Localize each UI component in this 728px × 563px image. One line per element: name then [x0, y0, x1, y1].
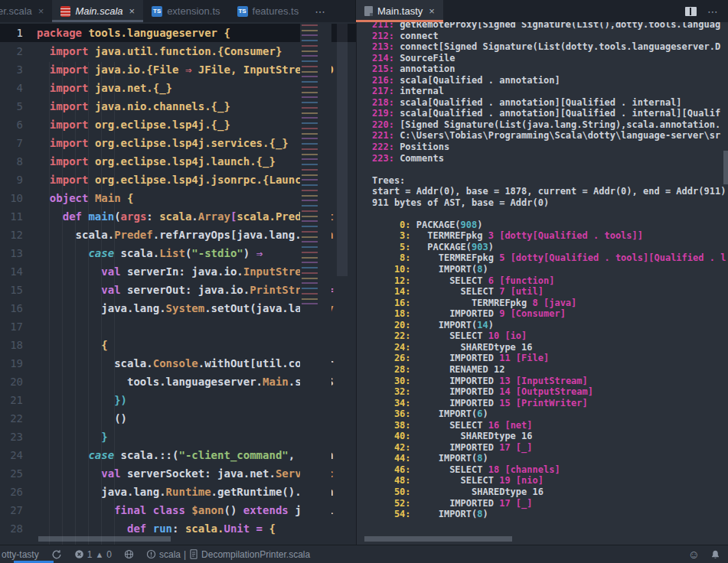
tasty-line[interactable]: 46: SELECT 18 [channels] — [372, 464, 723, 476]
code-token: scala — [159, 210, 191, 223]
tasty-line[interactable]: 34: IMPORTED 15 [PrintWriter] — [372, 398, 723, 409]
tasty-line[interactable]: 14: SELECT 7 [util] — [372, 286, 723, 298]
code-token: java.net.{_} — [95, 82, 172, 94]
tasty-line[interactable]: 18: IMPORTED 9 [Consumer] — [372, 308, 723, 320]
code-token: java.lang. — [101, 302, 165, 314]
indent-guide — [75, 62, 76, 545]
tasty-line[interactable]: 223: Comments — [372, 153, 723, 164]
tab-er-scala[interactable]: er.scala × — [0, 0, 52, 22]
code-token: [OutputStream] — [516, 386, 593, 397]
tab-bar: er.scala × Main.scala × TS extension.ts … — [0, 0, 728, 22]
code-token: 11 — [499, 353, 516, 363]
tasty-line[interactable]: 28: RENAMED 12 — [372, 364, 723, 376]
feedback-smiley-button[interactable]: ☺ — [688, 548, 700, 561]
tasty-line[interactable]: 217: internal — [372, 86, 723, 97]
warning-icon: ▲ — [95, 550, 103, 559]
tasty-line[interactable]: 214: SourceFile — [372, 53, 723, 64]
tasty-line[interactable]: 0: PACKAGE(908) — [372, 220, 723, 231]
code-token: ) — [483, 509, 488, 519]
tab-features-ts[interactable]: TS features.ts — [229, 0, 308, 22]
tasty-line[interactable]: 219: scala[Qualified . annotation][Quali… — [372, 108, 723, 119]
language-mode-label: scala — [159, 549, 181, 560]
line-number: 1 — [0, 24, 23, 42]
tasty-line[interactable] — [372, 208, 723, 220]
code-token: [util] — [511, 286, 544, 297]
tasty-line[interactable]: 218: scala[Qualified . annotation][Quali… — [372, 97, 723, 109]
editor-pane-main-scala[interactable]: 1package tools.languageserver {2 import … — [0, 22, 356, 545]
tasty-line[interactable]: 5: PACKAGE(903) — [372, 242, 723, 253]
close-icon[interactable]: × — [129, 5, 135, 17]
tasty-line[interactable]: 42: IMPORTED 17 [_] — [372, 442, 723, 454]
tasty-line[interactable]: 213: connect[Signed Signature(List(dotty… — [372, 41, 723, 53]
code-token: case — [88, 449, 120, 461]
notifications-bell-button[interactable] — [710, 549, 720, 560]
close-icon[interactable]: × — [429, 5, 435, 17]
code-token: getRemoteProxy[Signed Signature(List(),d… — [394, 22, 720, 30]
tasty-line[interactable]: 38: SELECT 16 [net] — [372, 420, 723, 431]
code-token: IMPORTED — [416, 308, 499, 319]
editor-pane-main-tasty[interactable]: 211: getRemoteProxy[Signed Signature(Lis… — [356, 22, 728, 545]
tasty-line[interactable]: 221: C:\Users\Tobias\Programming\Scala\d… — [372, 130, 723, 142]
vertical-scrollbar-thumb[interactable] — [723, 151, 728, 184]
tasty-line[interactable]: 216: scala[Qualified . annotation] — [372, 75, 723, 86]
horizontal-scrollbar-thumb[interactable] — [364, 536, 512, 542]
line-number: 13 — [0, 244, 23, 262]
tasty-line[interactable]: 10: IMPORT(8) — [372, 264, 723, 275]
tasty-line[interactable]: 16: TERMREFpkg 8 [java] — [372, 298, 723, 309]
tasty-line[interactable]: 54: IMPORT(8) — [372, 509, 723, 520]
split-editor-icon[interactable] — [685, 7, 697, 16]
tasty-line[interactable]: 48: SELECT 19 [nio] — [372, 475, 723, 487]
tasty-line[interactable]: 22: SELECT 10 [io] — [372, 330, 723, 342]
code-token: 24: — [372, 342, 416, 353]
code-token: : — [172, 522, 185, 535]
tasty-line[interactable] — [372, 164, 723, 175]
tasty-line[interactable]: 30: IMPORTED 13 [InputStream] — [372, 376, 723, 387]
error-icon — [74, 549, 84, 559]
code-token: TERMREFpkg — [416, 252, 499, 263]
tab-label: er.scala — [0, 5, 32, 17]
problems-item[interactable]: 1 ▲ 0 — [74, 549, 112, 560]
tasty-line[interactable]: 8: TERMREFpkg 5 [dotty[Qualified . tools… — [372, 252, 723, 264]
tab-main-scala[interactable]: Main.scala × — [52, 0, 143, 22]
tasty-line[interactable]: Trees: — [372, 175, 723, 187]
code-token: IMPORTED — [416, 386, 499, 397]
tab-main-tasty[interactable]: Main.tasty × — [356, 0, 443, 22]
tasty-line[interactable]: 24: SHAREDtype 16 — [372, 342, 723, 353]
tab-overflow-button[interactable]: ⋯ — [307, 0, 334, 22]
tasty-line[interactable]: 212: connect — [372, 31, 723, 42]
tasty-line[interactable]: 50: SHAREDtype 16 — [372, 487, 723, 498]
tab-extension-ts[interactable]: TS extension.ts — [143, 0, 228, 22]
code-token: 17 — [499, 498, 516, 509]
tasty-line[interactable]: 12: SELECT 6 [function] — [372, 275, 723, 287]
branch-label: otty-tasty — [2, 549, 39, 560]
sync-button[interactable] — [51, 549, 62, 560]
tasty-line[interactable]: 220: [Signed Signature(List(java.lang.St… — [372, 119, 723, 131]
close-icon[interactable]: × — [38, 5, 44, 17]
tasty-line[interactable]: 36: IMPORT(6) — [372, 408, 723, 420]
tasty-line[interactable]: 215: annotation — [372, 63, 723, 75]
tasty-line[interactable]: 44: IMPORT(8) — [372, 453, 723, 464]
code-token: import — [50, 45, 95, 57]
code-token: RENAMED — [416, 364, 494, 375]
horizontal-scrollbar-thumb[interactable] — [38, 536, 171, 542]
tasty-line[interactable]: 911 bytes of AST, base = Addr(0) — [372, 197, 723, 209]
tasty-line[interactable]: 32: IMPORTED 14 [OutputStream] — [372, 386, 723, 398]
code-token: 34: — [372, 398, 416, 408]
tasty-line[interactable]: 211: getRemoteProxy[Signed Signature(Lis… — [372, 22, 723, 31]
git-branch-item[interactable]: otty-tasty — [2, 549, 39, 560]
tasty-line[interactable]: 26: IMPORTED 11 [File] — [372, 353, 723, 364]
vertical-scrollbar-thumb[interactable] — [337, 24, 348, 276]
live-share-button[interactable] — [124, 549, 134, 559]
minimap[interactable] — [300, 23, 331, 545]
tasty-line[interactable]: 52: IMPORTED 17 [_] — [372, 498, 723, 509]
language-mode-item[interactable]: scala | DecompilationPrinter.scala — [146, 549, 310, 560]
tasty-line[interactable]: 3: TERMREFpkg 3 [dotty[Qualified . tools… — [372, 230, 723, 242]
editor-actions: ⋯ — [685, 0, 728, 22]
code-token: scala[Qualified . annotation] — [394, 75, 560, 86]
more-actions-icon[interactable]: ⋯ — [707, 5, 719, 18]
tasty-line[interactable]: 40: SHAREDtype 16 — [372, 431, 723, 442]
line-content: case scala.::("-client_command", clien — [23, 446, 334, 464]
tasty-line[interactable]: 20: IMPORT(14) — [372, 320, 723, 331]
tasty-line[interactable]: start = Addr(0), base = 1878, current = … — [372, 186, 723, 197]
tasty-line[interactable]: 222: Positions — [372, 142, 723, 153]
